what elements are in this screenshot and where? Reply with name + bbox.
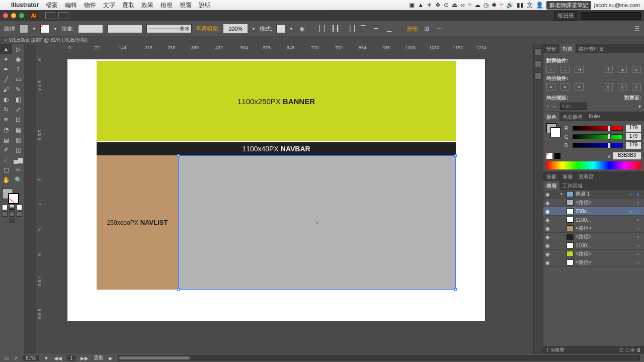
layers-footer-icons[interactable]: ◰ ▢ ⊕ 🗑: [619, 347, 641, 352]
visibility-toggle-icon[interactable]: ◉: [545, 243, 551, 248]
search-input[interactable]: [581, 12, 641, 20]
bridge-icon[interactable]: [45, 12, 55, 19]
target-icon[interactable]: ○: [637, 218, 642, 222]
more-icon[interactable]: ⋯: [435, 24, 444, 33]
tab-gradient[interactable]: 漸層: [559, 172, 576, 181]
tab-layers[interactable]: 圖層: [543, 181, 559, 190]
eyedropper-tool[interactable]: ✐: [0, 145, 12, 155]
transform-label[interactable]: 變形: [407, 25, 418, 33]
align-right-icon[interactable]: ⫣: [575, 66, 584, 73]
visibility-toggle-icon[interactable]: ◉: [545, 234, 551, 240]
layer-name[interactable]: 1100...: [576, 243, 635, 248]
workspace-switcher[interactable]: 報日班: [554, 11, 578, 21]
status-icon[interactable]: ↗: [14, 355, 18, 361]
hand-tool[interactable]: ✋: [0, 175, 12, 185]
none-swatch-icon[interactable]: [546, 153, 552, 159]
clock-icon[interactable]: ◷: [484, 2, 489, 9]
horizontal-scrollbar[interactable]: [118, 355, 640, 360]
banner-rect[interactable]: 1100x250PXBANNER: [97, 61, 456, 141]
ime-icon[interactable]: 文: [527, 1, 533, 10]
collapsed-panel-left[interactable]: [24, 44, 36, 354]
layer-name[interactable]: <路徑>: [576, 225, 635, 232]
dist-hcenter-icon[interactable]: ⫴: [618, 83, 627, 90]
target-icon[interactable]: ○: [630, 209, 635, 214]
menu-edit[interactable]: 編輯: [65, 1, 77, 10]
align-bottom-icon[interactable]: ⫭: [632, 66, 641, 73]
fill-stroke-control[interactable]: [0, 187, 24, 204]
cloud-icon[interactable]: ☁: [474, 2, 480, 9]
layer-row[interactable]: ◉ 1100... ○: [543, 241, 644, 250]
gradient-mode-icon[interactable]: [9, 205, 15, 210]
expand-arrow-icon[interactable]: ▼: [559, 192, 565, 197]
opacity-input[interactable]: 100%: [223, 24, 248, 33]
brush-dropdown[interactable]: 基本: [146, 24, 192, 33]
visibility-toggle-icon[interactable]: ◉: [545, 200, 551, 206]
layer-row[interactable]: ◉ <路徑> ○: [543, 258, 644, 267]
horizontal-ruler[interactable]: 0 72 144 216 288 360 432 504 576 648 720…: [44, 44, 533, 52]
stroke-swatch[interactable]: [40, 24, 49, 33]
b-input[interactable]: 179: [626, 142, 641, 149]
align-to-dropdown[interactable]: ▾: [638, 104, 641, 109]
tab-align[interactable]: 對齊: [559, 44, 576, 53]
b-slider[interactable]: [573, 143, 623, 148]
target-icon[interactable]: ○: [637, 243, 642, 248]
artboard-number[interactable]: 1: [67, 355, 76, 361]
navlist-rect[interactable]: 250xoooPXNAVLIST: [97, 155, 178, 290]
status-icon[interactable]: ▲: [418, 2, 424, 9]
align-vcenter-icon[interactable]: ⫫: [618, 66, 627, 73]
gradient-tool[interactable]: ▥: [12, 135, 24, 145]
menu-select[interactable]: 選取: [122, 1, 134, 10]
menu-view[interactable]: 檢視: [160, 1, 173, 10]
tab-pathfinder[interactable]: 路徑管理員: [576, 44, 607, 53]
wifi-icon[interactable]: ⌔: [468, 2, 471, 9]
g-input[interactable]: 179: [626, 133, 641, 140]
navbar-rect[interactable]: 1100x40PXNAVBAR: [97, 142, 456, 155]
recolor-icon[interactable]: ◉: [297, 24, 306, 33]
layer-name[interactable]: <路徑>: [576, 199, 635, 206]
selection-handle[interactable]: [454, 288, 457, 291]
status-icon[interactable]: ∞: [460, 2, 465, 9]
tab-color-guide[interactable]: 色彩參考: [559, 112, 586, 121]
stroke-profile-dropdown[interactable]: [107, 24, 142, 33]
black-swatch-icon[interactable]: [554, 153, 560, 159]
menu-help[interactable]: 說明: [199, 1, 211, 10]
selection-handle[interactable]: [454, 154, 457, 157]
pen-tool[interactable]: ✒: [0, 64, 12, 74]
align-right-icon[interactable]: ▕▕: [346, 24, 355, 33]
opacity-label[interactable]: 不透明度:: [196, 25, 219, 33]
status-dropdown-icon[interactable]: ▶: [109, 355, 113, 361]
none-mode-icon[interactable]: [17, 205, 22, 210]
direct-selection-tool[interactable]: ▷: [12, 44, 24, 54]
visibility-toggle-icon[interactable]: ◉: [545, 226, 551, 231]
visibility-toggle-icon[interactable]: ◉: [545, 209, 551, 214]
layer-name[interactable]: <路徑>: [576, 259, 635, 266]
target-icon[interactable]: ○: [637, 235, 642, 239]
visibility-toggle-icon[interactable]: ◉: [545, 192, 551, 197]
dist-hspace-icon[interactable]: ↔: [552, 104, 557, 109]
draw-behind-icon[interactable]: [9, 211, 15, 217]
bluetooth-icon[interactable]: ✱: [492, 2, 497, 9]
document-tab[interactable]: × WEB版面規劃* @ 81% (RGB/預視): [4, 37, 88, 44]
collapsed-panel-icon[interactable]: [535, 60, 542, 67]
menu-file[interactable]: 檔案: [46, 1, 58, 10]
status-icon[interactable]: ☀: [427, 2, 432, 9]
layer-name[interactable]: 1100...: [576, 217, 635, 223]
close-window-button[interactable]: [3, 13, 8, 18]
status-icon[interactable]: ⊙: [444, 2, 449, 9]
width-tool[interactable]: ≋: [0, 115, 12, 125]
magic-wand-tool[interactable]: ✦: [0, 54, 12, 64]
slice-tool[interactable]: ✂: [12, 165, 24, 175]
align-center-v-icon[interactable]: ━: [372, 24, 381, 33]
mesh-tool[interactable]: ▤: [0, 135, 12, 145]
line-tool[interactable]: ╱: [0, 74, 12, 84]
zoom-level[interactable]: 81%: [23, 355, 39, 361]
menu-window[interactable]: 視窗: [180, 1, 192, 10]
dist-top-icon[interactable]: ≡: [546, 83, 555, 90]
draw-inside-icon[interactable]: [17, 211, 22, 217]
zoom-tool[interactable]: 🔍: [12, 175, 24, 185]
selection-handle[interactable]: [177, 154, 180, 157]
artboard-nav-prev-icon[interactable]: ◀◀: [54, 355, 62, 361]
layer-name[interactable]: 圖層 1: [576, 191, 628, 198]
blob-brush-tool[interactable]: ◐: [0, 95, 12, 105]
tab-color[interactable]: 顏色: [543, 112, 559, 121]
